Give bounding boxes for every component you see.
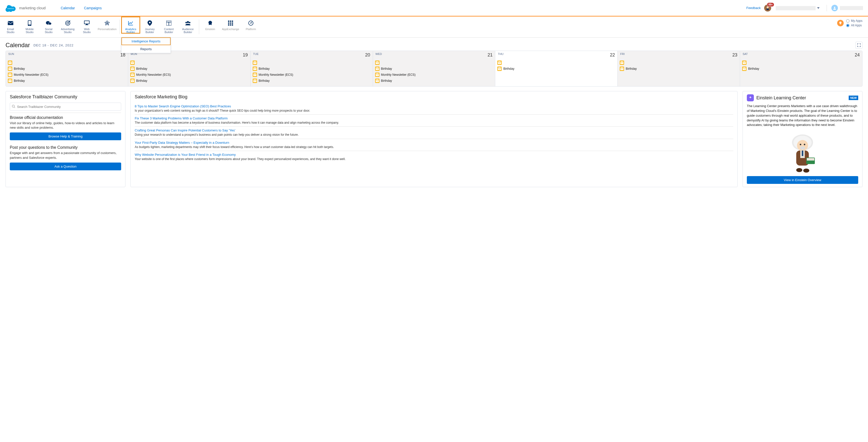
- svg-point-12: [67, 22, 69, 24]
- community-search-input[interactable]: [10, 103, 121, 110]
- radio-my-apps[interactable]: My Apps: [846, 19, 863, 23]
- tips-bulb-button[interactable]: [837, 20, 844, 26]
- app-personalization[interactable]: Personalization: [96, 17, 118, 31]
- calendar-event[interactable]: [497, 60, 616, 66]
- feedback-link[interactable]: Feedback: [746, 6, 761, 10]
- app-analytics-builder[interactable]: Analytics Builder Intelligence Reports R…: [121, 17, 140, 34]
- day-column[interactable]: WED21BirthdayMonthly Newsletter (ECS)Bir…: [373, 51, 495, 86]
- day-column[interactable]: FRI23Birthday: [618, 51, 740, 86]
- ask-question-button[interactable]: Ask a Question: [10, 163, 121, 170]
- app-mobile-studio[interactable]: Mobile Studio: [20, 17, 39, 34]
- menu-reports[interactable]: Reports: [121, 45, 170, 53]
- app-appexchange[interactable]: AppExchange: [220, 17, 241, 31]
- svg-rect-16: [85, 25, 88, 25]
- day-number: 18: [120, 53, 125, 58]
- user-menu[interactable]: ██████████: [827, 5, 863, 11]
- day-column[interactable]: SAT24Birthday: [740, 51, 862, 86]
- blog-link[interactable]: 8 Tips to Master Search Engine Optimizat…: [135, 104, 231, 108]
- pin-icon: [140, 20, 159, 26]
- svg-rect-7: [28, 21, 31, 25]
- email-event-icon: [497, 66, 502, 71]
- calendar-event[interactable]: Monthly Newsletter (ECS): [7, 72, 126, 78]
- nav-calendar[interactable]: Calendar: [61, 6, 75, 10]
- calendar-event[interactable]: Monthly Newsletter (ECS): [130, 72, 249, 78]
- day-of-week: FRI: [620, 53, 625, 58]
- event-label: Birthday: [14, 79, 25, 83]
- calendar-event[interactable]: Birthday: [7, 78, 126, 84]
- app-einstein[interactable]: Einstein: [201, 17, 220, 31]
- blog-item: Fix These 3 Marketing Problems With a Cu…: [135, 115, 733, 127]
- svg-point-36: [12, 105, 14, 107]
- day-of-week: SAT: [743, 53, 748, 58]
- calendar-event[interactable]: Birthday: [252, 66, 371, 72]
- blog-link[interactable]: Fix These 3 Marketing Problems With a Cu…: [135, 116, 227, 120]
- svg-text:salesforce: salesforce: [7, 7, 14, 9]
- menu-intelligence-reports[interactable]: Intelligence Reports: [121, 37, 170, 45]
- calendar-event[interactable]: [742, 60, 861, 66]
- calendar-event[interactable]: Birthday: [130, 66, 249, 72]
- line-chart-icon: [121, 20, 140, 26]
- app-journey-builder[interactable]: Journey Builder: [140, 17, 159, 34]
- view-einstein-button[interactable]: View in Einstein Overview: [747, 176, 858, 184]
- calendar-event[interactable]: Birthday: [252, 78, 371, 84]
- app-web-studio[interactable]: Web Studio: [77, 17, 96, 34]
- event-label: Birthday: [136, 67, 147, 70]
- product-name: marketing cloud: [19, 6, 46, 10]
- calendar-event[interactable]: Birthday: [130, 78, 249, 84]
- browse-help-button[interactable]: Browse Help & Training: [10, 132, 121, 140]
- svg-point-17: [106, 22, 108, 24]
- app-email-studio[interactable]: Email Studio: [1, 17, 20, 34]
- calendar-event[interactable]: [130, 60, 249, 66]
- blog-item: Crafting Great Personas Can Inspire Pote…: [135, 127, 733, 139]
- new-badge: NEW: [849, 96, 858, 100]
- svg-rect-48: [807, 158, 814, 161]
- app-strip-right: My Apps All Apps: [837, 17, 867, 27]
- app-platform[interactable]: Platform: [241, 17, 260, 31]
- day-column[interactable]: THU22Birthday: [495, 51, 618, 86]
- email-event-icon: [253, 78, 257, 83]
- svg-rect-3: [766, 8, 769, 10]
- calendar-event[interactable]: Birthday: [7, 66, 126, 72]
- day-number: 24: [855, 53, 860, 58]
- svg-rect-26: [230, 21, 231, 22]
- calendar-event[interactable]: [375, 60, 494, 66]
- notification-avatar[interactable]: 99+: [764, 4, 771, 11]
- day-column[interactable]: TUE20BirthdayMonthly Newsletter (ECS)Bir…: [251, 51, 373, 86]
- svg-point-43: [800, 146, 805, 150]
- day-column[interactable]: SUN18BirthdayMonthly Newsletter (ECS)Bir…: [6, 51, 128, 86]
- radio-all-apps[interactable]: All Apps: [846, 24, 863, 27]
- calendar-event[interactable]: [619, 60, 738, 66]
- day-column[interactable]: MON19BirthdayMonthly Newsletter (ECS)Bir…: [128, 51, 251, 86]
- calendar-event[interactable]: Birthday: [742, 66, 861, 72]
- email-event-icon: [8, 72, 12, 77]
- svg-point-35: [250, 23, 251, 24]
- app-audience-builder[interactable]: Audience Builder: [178, 17, 197, 34]
- bu-switcher[interactable]: ████████████████: [775, 6, 823, 10]
- nav-campaigns[interactable]: Campaigns: [84, 6, 102, 10]
- blog-link[interactable]: Crafting Great Personas Can Inspire Pote…: [135, 128, 235, 132]
- calendar-event[interactable]: Birthday: [497, 66, 616, 72]
- blog-link[interactable]: Your First-Party Data Strategy Matters –…: [135, 141, 229, 145]
- expand-button[interactable]: [856, 42, 863, 49]
- calendar-event[interactable]: Birthday: [375, 78, 494, 84]
- docs-heading: Browse official documentation: [10, 116, 121, 120]
- blog-desc: Is your organization's web content ranki…: [135, 108, 733, 113]
- calendar-event[interactable]: [252, 60, 371, 66]
- calendar-event[interactable]: Monthly Newsletter (ECS): [375, 72, 494, 78]
- header-right: Feedback 99+ ████████████████ ██████████: [746, 4, 863, 11]
- blog-link[interactable]: Why Website Personalization is Your Best…: [135, 153, 236, 157]
- calendar-event[interactable]: Monthly Newsletter (ECS): [252, 72, 371, 78]
- email-event-icon: [130, 66, 135, 71]
- calendar-event[interactable]: Birthday: [619, 66, 738, 72]
- svg-rect-30: [232, 23, 233, 24]
- calendar-event[interactable]: [7, 60, 126, 66]
- einstein-header: Einstein Learning Center NEW: [747, 94, 858, 101]
- email-event-icon: [620, 60, 624, 65]
- app-content-builder[interactable]: Content Builder: [159, 17, 178, 34]
- calendar-event[interactable]: Birthday: [375, 66, 494, 72]
- svg-point-22: [187, 21, 189, 23]
- salesforce-cloud-icon: salesforce: [5, 4, 17, 12]
- app-advertising-studio[interactable]: Advertising Studio: [58, 17, 77, 34]
- app-social-studio[interactable]: Social Studio: [39, 17, 58, 34]
- page-title: Calendar: [5, 42, 30, 49]
